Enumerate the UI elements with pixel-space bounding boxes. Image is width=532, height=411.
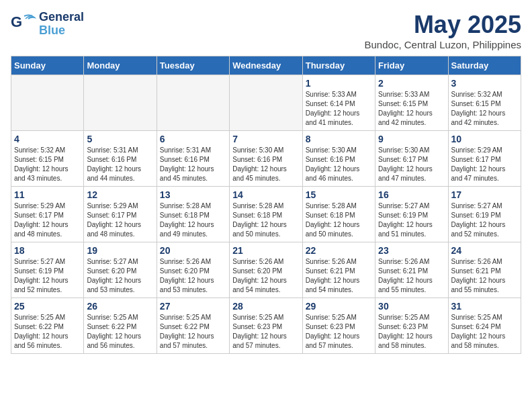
- calendar-cell: 19Sunrise: 5:27 AM Sunset: 6:20 PM Dayli…: [84, 242, 157, 298]
- calendar-cell: 25Sunrise: 5:25 AM Sunset: 6:22 PM Dayli…: [11, 298, 84, 354]
- day-info: Sunrise: 5:27 AM Sunset: 6:19 PM Dayligh…: [14, 257, 81, 295]
- day-number: 20: [160, 245, 226, 256]
- day-number: 16: [378, 189, 445, 200]
- weekday-header: Monday: [84, 56, 157, 75]
- logo: G General Blue: [11, 11, 84, 38]
- calendar-week-row: 1Sunrise: 5:33 AM Sunset: 6:14 PM Daylig…: [11, 75, 521, 131]
- day-info: Sunrise: 5:31 AM Sunset: 6:16 PM Dayligh…: [160, 146, 226, 183]
- day-info: Sunrise: 5:30 AM Sunset: 6:17 PM Dayligh…: [378, 146, 445, 183]
- day-number: 5: [87, 134, 153, 144]
- calendar-cell: [230, 75, 302, 131]
- day-info: Sunrise: 5:27 AM Sunset: 6:20 PM Dayligh…: [87, 257, 153, 295]
- day-number: 2: [378, 78, 445, 89]
- day-number: 13: [160, 189, 226, 200]
- day-info: Sunrise: 5:25 AM Sunset: 6:22 PM Dayligh…: [160, 313, 226, 351]
- calendar-cell: 6Sunrise: 5:31 AM Sunset: 6:16 PM Daylig…: [157, 131, 229, 187]
- calendar-week-row: 11Sunrise: 5:29 AM Sunset: 6:17 PM Dayli…: [11, 187, 521, 242]
- page-header: G General Blue May 2025 Bundoc, Central …: [11, 11, 521, 50]
- day-info: Sunrise: 5:25 AM Sunset: 6:22 PM Dayligh…: [87, 313, 153, 351]
- calendar-cell: 29Sunrise: 5:25 AM Sunset: 6:23 PM Dayli…: [302, 298, 375, 354]
- day-info: Sunrise: 5:25 AM Sunset: 6:23 PM Dayligh…: [232, 313, 299, 351]
- day-number: 24: [451, 245, 518, 256]
- calendar-cell: 15Sunrise: 5:28 AM Sunset: 6:18 PM Dayli…: [302, 187, 375, 242]
- day-info: Sunrise: 5:31 AM Sunset: 6:16 PM Dayligh…: [87, 146, 153, 183]
- day-number: 28: [232, 301, 299, 312]
- day-info: Sunrise: 5:30 AM Sunset: 6:16 PM Dayligh…: [232, 146, 299, 183]
- calendar-cell: 21Sunrise: 5:26 AM Sunset: 6:20 PM Dayli…: [230, 242, 302, 298]
- calendar-cell: 1Sunrise: 5:33 AM Sunset: 6:14 PM Daylig…: [302, 75, 375, 131]
- calendar-cell: 27Sunrise: 5:25 AM Sunset: 6:22 PM Dayli…: [157, 298, 229, 354]
- weekday-header: Wednesday: [230, 56, 302, 75]
- day-number: 17: [451, 189, 518, 200]
- day-info: Sunrise: 5:25 AM Sunset: 6:23 PM Dayligh…: [306, 313, 372, 351]
- day-info: Sunrise: 5:28 AM Sunset: 6:18 PM Dayligh…: [160, 201, 226, 239]
- day-info: Sunrise: 5:26 AM Sunset: 6:20 PM Dayligh…: [232, 257, 299, 295]
- calendar-cell: 30Sunrise: 5:25 AM Sunset: 6:23 PM Dayli…: [375, 298, 448, 354]
- calendar-cell: 2Sunrise: 5:33 AM Sunset: 6:15 PM Daylig…: [375, 75, 448, 131]
- calendar-cell: 3Sunrise: 5:32 AM Sunset: 6:15 PM Daylig…: [448, 75, 521, 131]
- title-block: May 2025 Bundoc, Central Luzon, Philippi…: [365, 11, 521, 50]
- location: Bundoc, Central Luzon, Philippines: [365, 39, 521, 50]
- day-number: 29: [306, 301, 372, 312]
- day-number: 19: [87, 245, 153, 256]
- day-info: Sunrise: 5:32 AM Sunset: 6:15 PM Dayligh…: [451, 90, 518, 128]
- weekday-header: Sunday: [11, 56, 84, 75]
- calendar-week-row: 25Sunrise: 5:25 AM Sunset: 6:22 PM Dayli…: [11, 298, 521, 354]
- weekday-header: Saturday: [448, 56, 521, 75]
- logo-blue: Blue: [39, 24, 84, 38]
- day-info: Sunrise: 5:32 AM Sunset: 6:15 PM Dayligh…: [14, 146, 81, 183]
- calendar-cell: 11Sunrise: 5:29 AM Sunset: 6:17 PM Dayli…: [11, 187, 84, 242]
- day-info: Sunrise: 5:27 AM Sunset: 6:19 PM Dayligh…: [451, 201, 518, 239]
- day-number: 7: [232, 134, 299, 144]
- calendar-cell: 26Sunrise: 5:25 AM Sunset: 6:22 PM Dayli…: [84, 298, 157, 354]
- weekday-header: Friday: [375, 56, 448, 75]
- day-number: 31: [451, 301, 518, 312]
- day-info: Sunrise: 5:28 AM Sunset: 6:18 PM Dayligh…: [232, 201, 299, 239]
- logo-icon: G: [11, 12, 36, 36]
- calendar-cell: 9Sunrise: 5:30 AM Sunset: 6:17 PM Daylig…: [375, 131, 448, 187]
- day-info: Sunrise: 5:26 AM Sunset: 6:20 PM Dayligh…: [160, 257, 226, 295]
- day-number: 9: [378, 134, 445, 144]
- calendar-week-row: 18Sunrise: 5:27 AM Sunset: 6:19 PM Dayli…: [11, 242, 521, 298]
- svg-text:G: G: [11, 13, 22, 30]
- logo-general: General: [39, 11, 84, 24]
- calendar-cell: 31Sunrise: 5:25 AM Sunset: 6:24 PM Dayli…: [448, 298, 521, 354]
- day-info: Sunrise: 5:25 AM Sunset: 6:23 PM Dayligh…: [378, 313, 445, 351]
- calendar-cell: 7Sunrise: 5:30 AM Sunset: 6:16 PM Daylig…: [230, 131, 302, 187]
- day-number: 1: [306, 78, 372, 89]
- day-info: Sunrise: 5:26 AM Sunset: 6:21 PM Dayligh…: [451, 257, 518, 295]
- calendar-cell: 23Sunrise: 5:26 AM Sunset: 6:21 PM Dayli…: [375, 242, 448, 298]
- day-number: 22: [306, 245, 372, 256]
- calendar-cell: 12Sunrise: 5:29 AM Sunset: 6:17 PM Dayli…: [84, 187, 157, 242]
- day-info: Sunrise: 5:29 AM Sunset: 6:17 PM Dayligh…: [14, 201, 81, 239]
- calendar-cell: 5Sunrise: 5:31 AM Sunset: 6:16 PM Daylig…: [84, 131, 157, 187]
- calendar-cell: 8Sunrise: 5:30 AM Sunset: 6:16 PM Daylig…: [302, 131, 375, 187]
- calendar-week-row: 4Sunrise: 5:32 AM Sunset: 6:15 PM Daylig…: [11, 131, 521, 187]
- calendar-cell: 24Sunrise: 5:26 AM Sunset: 6:21 PM Dayli…: [448, 242, 521, 298]
- day-number: 4: [14, 134, 81, 144]
- day-number: 25: [14, 301, 81, 312]
- calendar-cell: [11, 75, 84, 131]
- day-number: 30: [378, 301, 445, 312]
- day-number: 26: [87, 301, 153, 312]
- calendar-cell: 13Sunrise: 5:28 AM Sunset: 6:18 PM Dayli…: [157, 187, 229, 242]
- day-info: Sunrise: 5:26 AM Sunset: 6:21 PM Dayligh…: [378, 257, 445, 295]
- weekday-header: Tuesday: [157, 56, 229, 75]
- calendar-header-row: SundayMondayTuesdayWednesdayThursdayFrid…: [11, 56, 521, 75]
- day-number: 10: [451, 134, 518, 144]
- day-number: 8: [306, 134, 372, 144]
- calendar-cell: 16Sunrise: 5:27 AM Sunset: 6:19 PM Dayli…: [375, 187, 448, 242]
- day-number: 27: [160, 301, 226, 312]
- calendar-cell: 18Sunrise: 5:27 AM Sunset: 6:19 PM Dayli…: [11, 242, 84, 298]
- day-number: 6: [160, 134, 226, 144]
- day-info: Sunrise: 5:33 AM Sunset: 6:15 PM Dayligh…: [378, 90, 445, 128]
- calendar-cell: 22Sunrise: 5:26 AM Sunset: 6:21 PM Dayli…: [302, 242, 375, 298]
- month-title: May 2025: [365, 11, 521, 39]
- day-info: Sunrise: 5:27 AM Sunset: 6:19 PM Dayligh…: [378, 201, 445, 239]
- day-number: 11: [14, 189, 81, 200]
- day-number: 3: [451, 78, 518, 89]
- calendar-cell: 4Sunrise: 5:32 AM Sunset: 6:15 PM Daylig…: [11, 131, 84, 187]
- day-info: Sunrise: 5:28 AM Sunset: 6:18 PM Dayligh…: [306, 201, 372, 239]
- day-number: 15: [306, 189, 372, 200]
- calendar-cell: 10Sunrise: 5:29 AM Sunset: 6:17 PM Dayli…: [448, 131, 521, 187]
